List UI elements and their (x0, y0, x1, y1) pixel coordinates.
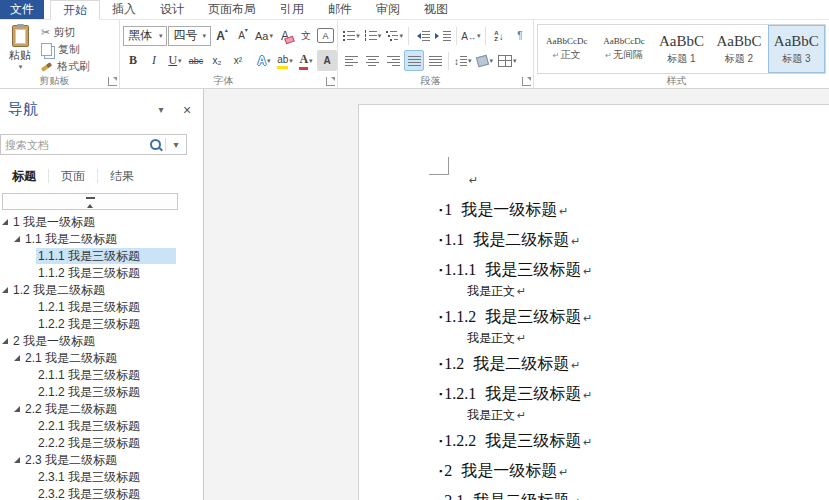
change-case-button[interactable] (254, 25, 274, 46)
nav-heading-item[interactable]: 2.2 我是二级标题 (0, 401, 176, 417)
ribbon-tab[interactable]: 引用 (268, 0, 316, 19)
doc-line[interactable]: 我是正文 (439, 283, 829, 299)
character-shading-button[interactable] (317, 50, 337, 71)
collapse-triangle-icon[interactable] (14, 236, 20, 242)
align-left-button[interactable] (341, 50, 361, 71)
nav-heading-item[interactable]: 1.1.2 我是三级标题 (0, 265, 176, 281)
search-options-chevron[interactable] (166, 134, 186, 155)
phonetic-guide-button[interactable] (296, 25, 316, 46)
increase-indent-button[interactable] (433, 25, 453, 46)
bullets-button[interactable] (341, 25, 362, 46)
collapse-triangle-icon[interactable] (2, 287, 8, 293)
nav-heading-item[interactable]: 2.1.1 我是三级标题 (0, 367, 176, 383)
cut-button[interactable]: 剪切 (41, 24, 90, 41)
search-input[interactable] (1, 139, 146, 151)
font-size-select[interactable]: 四号 (168, 26, 211, 46)
document-page[interactable]: 1 我是一级标题 1.1 我是二级标题 1.1.1 我是三级标题 我是正文 1.… (358, 104, 829, 500)
distribute-button[interactable] (425, 50, 445, 71)
doc-line[interactable]: 1.2 我是二级标题 (439, 354, 829, 376)
font-color-button[interactable] (296, 50, 316, 71)
doc-line[interactable]: 1.2.2 我是三级标题 (439, 431, 829, 453)
borders-button[interactable] (496, 50, 519, 71)
grow-font-button[interactable] (212, 25, 232, 46)
nav-heading-item[interactable]: 2.2.2 我是三级标题 (0, 435, 176, 451)
jump-to-top-button[interactable] (2, 193, 178, 210)
doc-line[interactable]: 2 我是一级标题 (439, 461, 829, 483)
collapse-triangle-icon[interactable] (2, 338, 8, 344)
doc-line[interactable]: 1.1.1 我是三级标题 (439, 260, 829, 282)
style-item[interactable]: AaBbC 标题 1 (653, 25, 710, 73)
character-border-button[interactable] (317, 28, 334, 43)
shading-button[interactable] (475, 50, 496, 71)
ribbon-tab[interactable]: 插入 (100, 0, 148, 19)
subscript-button[interactable] (207, 50, 227, 71)
collapse-triangle-icon[interactable] (14, 355, 20, 361)
text-effects-button[interactable] (254, 50, 274, 71)
ribbon-tab[interactable]: 审阅 (364, 0, 412, 19)
align-center-button[interactable] (362, 50, 382, 71)
clear-formatting-button[interactable] (275, 25, 295, 46)
format-painter-button[interactable]: 格式刷 (41, 58, 90, 75)
ribbon-tab[interactable]: 设计 (148, 0, 196, 19)
nav-pane-options-button[interactable] (151, 99, 171, 120)
align-right-button[interactable] (383, 50, 403, 71)
collapse-triangle-icon[interactable] (14, 457, 20, 463)
paragraph-dialog-launcher[interactable] (522, 77, 531, 86)
nav-heading-item[interactable]: 1.2.2 我是三级标题 (0, 316, 176, 332)
search-icon[interactable] (150, 139, 161, 150)
nav-heading-item[interactable]: 1.2 我是二级标题 (0, 282, 176, 298)
doc-line[interactable]: 1.1 我是二级标题 (439, 230, 829, 252)
style-item[interactable]: AaBbCcDc 正文 (538, 25, 595, 73)
numbering-button[interactable] (363, 25, 384, 46)
justify-button[interactable] (404, 50, 424, 71)
decrease-indent-button[interactable] (412, 25, 432, 46)
superscript-button[interactable] (228, 50, 248, 71)
style-item[interactable]: AaBbC 标题 3 (768, 25, 825, 73)
ribbon-tab[interactable]: 开始 (50, 0, 100, 20)
doc-line[interactable]: 我是正文 (439, 407, 829, 423)
underline-button[interactable] (165, 50, 185, 71)
doc-line[interactable]: 1.1.2 我是三级标题 (439, 307, 829, 329)
style-item[interactable]: AaBbCcDc 无间隔 (595, 25, 652, 73)
nav-heading-item[interactable]: 2.1.2 我是三级标题 (0, 384, 176, 400)
nav-tab[interactable]: 页面 (49, 169, 98, 183)
collapse-triangle-icon[interactable] (14, 406, 20, 412)
shrink-font-button[interactable] (233, 25, 253, 46)
clipboard-dialog-launcher[interactable] (108, 77, 117, 86)
nav-heading-item[interactable]: 2.3.2 我是三级标题 (0, 486, 176, 500)
style-item[interactable]: AaBbC 标题 2 (710, 25, 767, 73)
asian-layout-button[interactable] (460, 25, 482, 46)
doc-line[interactable]: 1.2.1 我是三级标题 (439, 384, 829, 406)
nav-heading-item[interactable]: 2.2.1 我是三级标题 (0, 418, 176, 434)
doc-line[interactable]: 1 我是一级标题 (439, 200, 829, 222)
multilevel-list-button[interactable] (384, 25, 405, 46)
copy-button[interactable]: 复制 (41, 41, 90, 58)
bold-button[interactable] (123, 50, 143, 71)
italic-button[interactable] (144, 50, 164, 71)
nav-pane-close-button[interactable] (177, 99, 197, 120)
ribbon-tab[interactable]: 页面布局 (196, 0, 268, 19)
ribbon-tab[interactable]: 视图 (412, 0, 460, 19)
show-formatting-marks-button[interactable] (510, 25, 530, 46)
ribbon-tab[interactable]: 邮件 (316, 0, 364, 19)
nav-heading-item[interactable]: 2.3.1 我是三级标题 (0, 469, 176, 485)
collapse-triangle-icon[interactable] (2, 219, 8, 225)
nav-heading-item[interactable]: 2.3 我是二级标题 (0, 452, 176, 468)
nav-tab[interactable]: 标题 (0, 169, 49, 183)
nav-heading-item[interactable]: 2 我是一级标题 (0, 333, 176, 349)
highlight-button[interactable] (275, 50, 295, 71)
doc-line[interactable]: 2.1 我是二级标题 (439, 491, 829, 500)
line-spacing-button[interactable] (452, 50, 474, 71)
tab-file[interactable]: 文件 (0, 0, 44, 19)
sort-button[interactable] (489, 25, 509, 46)
paste-button[interactable]: 粘贴 (3, 24, 37, 75)
nav-heading-item[interactable]: 1 我是一级标题 (0, 214, 176, 230)
nav-heading-item[interactable]: 1.2.1 我是三级标题 (0, 299, 176, 315)
font-dialog-launcher[interactable] (326, 77, 335, 86)
nav-tab[interactable]: 结果 (98, 169, 146, 183)
nav-heading-item[interactable]: 2.1 我是二级标题 (0, 350, 176, 366)
nav-heading-item[interactable]: 1.1.1 我是三级标题 (0, 248, 176, 264)
nav-heading-item[interactable]: 1.1 我是二级标题 (0, 231, 176, 247)
font-name-select[interactable]: 黑体 (123, 26, 167, 46)
doc-line[interactable]: 我是正文 (439, 330, 829, 346)
